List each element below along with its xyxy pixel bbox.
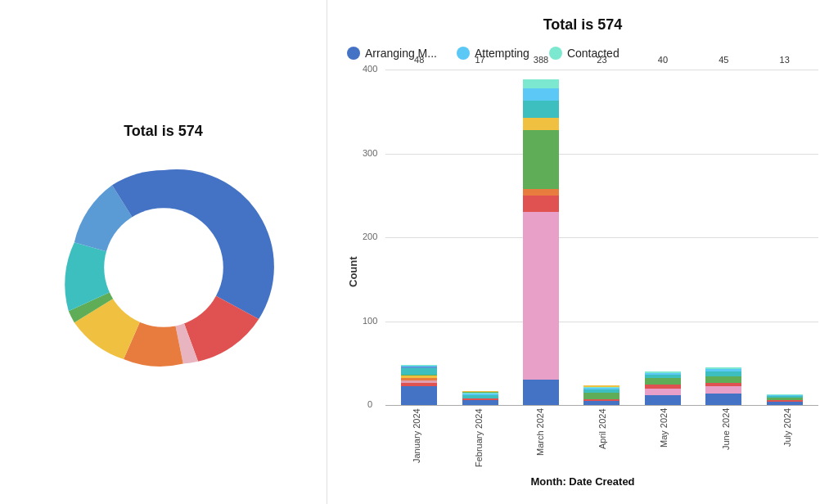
bar-segment-2-3 xyxy=(523,189,559,196)
chart-wrapper: Count 400 300 xyxy=(347,70,818,474)
bar-total-label-1: 17 xyxy=(475,55,485,65)
bar-total-label-3: 23 xyxy=(597,55,606,65)
left-panel: Total is 574 xyxy=(0,0,327,504)
bar-total-label-4: 40 xyxy=(658,55,668,65)
donut-hole xyxy=(104,208,223,327)
donut-svg xyxy=(49,153,278,382)
legend-label-arranging: Arranging M... xyxy=(365,47,437,60)
grid-line-0: 0 xyxy=(385,405,818,406)
bar-group-1: 17 xyxy=(449,70,510,405)
bar-segment-2-1 xyxy=(523,212,559,380)
bar-segment-2-0 xyxy=(523,380,559,405)
bar-segment-1-0 xyxy=(462,400,498,405)
grid-label-100: 100 xyxy=(363,316,377,326)
bar-segment-6-0 xyxy=(767,402,803,405)
bar-group-4: 40 xyxy=(633,70,693,405)
right-panel: Total is 574 Arranging M... Attempting C… xyxy=(327,0,838,504)
bar-segment-3-2 xyxy=(583,393,619,399)
x-axis-title: Month: Date Created xyxy=(347,475,818,488)
bar-chart-area: Count 400 300 xyxy=(347,70,818,488)
bar-group-5: 45 xyxy=(693,70,754,405)
legend-item-attempting: Attempting xyxy=(457,47,529,60)
stacked-bar-6 xyxy=(767,394,803,405)
bar-group-0: 48 xyxy=(389,70,449,405)
x-label-5: June 2024 xyxy=(695,408,757,474)
bar-segment-2-5 xyxy=(523,118,559,130)
stacked-bar-0 xyxy=(401,365,437,405)
bar-total-label-5: 45 xyxy=(719,55,728,65)
x-label-3: April 2024 xyxy=(571,408,633,474)
bar-segment-3-0 xyxy=(583,401,619,405)
grid-label-0: 0 xyxy=(367,399,372,409)
bar-group-6: 13 xyxy=(755,70,815,405)
bar-segment-4-3 xyxy=(645,378,681,385)
legend-item-contacted: Contacted xyxy=(549,47,619,60)
grid-label-300: 300 xyxy=(363,148,377,158)
bar-segment-4-0 xyxy=(645,395,681,405)
x-label-4: May 2024 xyxy=(633,408,695,474)
left-panel-title: Total is 574 xyxy=(124,123,203,140)
grid-label-400: 400 xyxy=(363,64,377,74)
bar-segment-2-4 xyxy=(523,130,559,189)
bar-segment-5-1 xyxy=(705,386,741,393)
x-label-6: July 2024 xyxy=(756,408,818,474)
legend-dot-contacted xyxy=(549,47,562,60)
bar-segment-4-1 xyxy=(645,389,681,395)
bar-segment-5-3 xyxy=(705,376,741,383)
donut-chart xyxy=(49,153,278,382)
bar-segment-2-8 xyxy=(523,79,559,88)
bar-segment-5-0 xyxy=(705,394,741,405)
x-label-0: January 2024 xyxy=(385,408,448,474)
x-axis-labels: January 2024February 2024March 2024April… xyxy=(385,408,818,474)
bar-group-3: 23 xyxy=(571,70,632,405)
bars-container: 481738823404513 xyxy=(385,70,818,405)
grid-label-200: 200 xyxy=(363,232,377,241)
right-panel-title: Total is 574 xyxy=(347,16,818,34)
bar-total-label-2: 388 xyxy=(534,55,548,65)
bar-total-label-6: 13 xyxy=(780,55,790,65)
stacked-bar-2 xyxy=(523,79,559,405)
chart-plot-area: 400 300 200 100 xyxy=(385,70,818,405)
legend-dot-attempting xyxy=(457,47,470,60)
stacked-bar-4 xyxy=(645,371,681,405)
stacked-bar-3 xyxy=(583,385,619,405)
bar-segment-2-2 xyxy=(523,196,559,212)
stacked-bar-1 xyxy=(462,391,498,405)
bar-segment-0-6 xyxy=(401,368,437,375)
stacked-bar-5 xyxy=(705,367,741,405)
legend-dot-arranging xyxy=(347,47,360,60)
x-label-1: February 2024 xyxy=(448,408,510,474)
legend-label-contacted: Contacted xyxy=(567,47,619,60)
bar-group-2: 388 xyxy=(511,70,571,405)
x-label-2: March 2024 xyxy=(509,408,571,474)
bar-segment-0-0 xyxy=(401,386,437,405)
bar-segment-2-7 xyxy=(523,88,559,101)
bar-total-label-0: 48 xyxy=(414,55,424,65)
bar-segment-2-6 xyxy=(523,101,559,117)
y-axis-label: Count xyxy=(347,70,359,474)
